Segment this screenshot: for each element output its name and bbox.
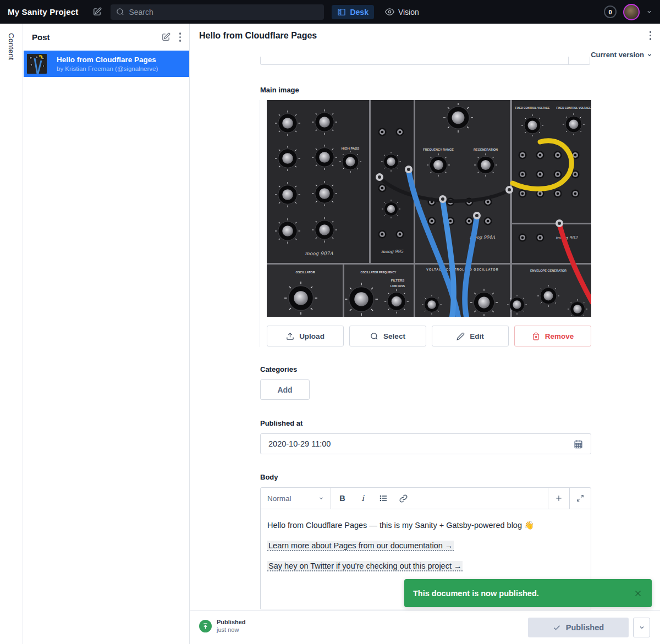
image-label-vco: VOLTAGE CONTROLLED OSCILLATOR: [426, 268, 498, 271]
edit-button[interactable]: Edit: [432, 326, 509, 346]
version-label: Current version: [591, 51, 644, 59]
select-button[interactable]: Select: [349, 326, 426, 346]
chevron-down-icon: [318, 496, 324, 501]
pencil-icon: [457, 332, 465, 340]
body-paragraph: Hello from Cloudflare Pages — this is my…: [267, 521, 584, 530]
published-at-input[interactable]: 2020-10-29 11:00: [260, 433, 591, 454]
style-select-value: Normal: [267, 494, 292, 503]
tab-desk-label: Desk: [350, 8, 368, 16]
image-label-regeneration: REGENERATION: [474, 148, 498, 151]
upload-button[interactable]: Upload: [267, 326, 344, 346]
publish-status-title: Published: [217, 619, 246, 625]
close-icon[interactable]: [633, 588, 643, 598]
search-icon: [116, 8, 124, 16]
document-footer: Published just now Published: [190, 610, 660, 644]
compose-icon[interactable]: [92, 7, 102, 16]
body-content[interactable]: Hello from Cloudflare Pages — this is my…: [261, 509, 591, 571]
list-item-subtitle: by Kristian Freeman (@signalnerve): [57, 65, 158, 72]
list-item-title: Hello from Cloudflare Pages: [57, 56, 158, 64]
italic-button[interactable]: i: [355, 491, 371, 507]
body-link-docs[interactable]: Learn more about Pages from our document…: [267, 541, 454, 551]
image-label-fixed-cv-2: FIXED CONTROL VOLTAGE: [557, 107, 591, 109]
search-input[interactable]: [129, 8, 318, 16]
sanity-studio-app: My Sanity Project Desk Vision 0 Content: [0, 0, 660, 644]
published-at-label: Published at: [260, 419, 302, 427]
main-image-label: Main image: [260, 86, 299, 94]
field-border: [260, 100, 260, 347]
published-at-value: 2020-10-29 11:00: [268, 439, 574, 448]
tab-vision-label: Vision: [398, 8, 419, 16]
eye-icon: [385, 7, 394, 16]
document-menu-icon[interactable]: [650, 31, 652, 40]
upload-icon: [286, 332, 294, 340]
document-pane: Hello from Cloudflare Pages Current vers…: [190, 24, 660, 644]
publish-status: Published just now: [199, 619, 246, 633]
chevron-down-icon[interactable]: [646, 9, 652, 15]
fullscreen-button[interactable]: [569, 488, 591, 509]
image-label-moog-902: moog 902: [556, 235, 578, 240]
notifications-badge[interactable]: 0: [604, 5, 617, 18]
list-item-post[interactable]: Hello from Cloudflare Pages by Kristian …: [24, 51, 189, 77]
toast-message: This document is now published.: [413, 589, 633, 598]
body-label: Body: [260, 473, 278, 481]
main-image-preview[interactable]: HIGH PASS moog 907A moog 995 FREQUENCY R…: [267, 100, 591, 317]
image-label-frequency-range: FREQUENCY RANGE: [423, 148, 454, 151]
body-link-twitter[interactable]: Say hey on Twitter if you're checking ou…: [267, 561, 463, 571]
tab-desk[interactable]: Desk: [332, 5, 373, 19]
chevron-down-icon: [639, 624, 645, 631]
pane-menu-icon[interactable]: [179, 32, 182, 42]
post-list-header: Post: [24, 24, 189, 51]
content-rail: Content: [0, 24, 23, 644]
insert-block-button[interactable]: [548, 488, 569, 509]
image-label-envelope-generator: ENVELOPE GENERATOR: [530, 269, 566, 272]
remove-button[interactable]: Remove: [514, 326, 591, 346]
avatar[interactable]: [623, 4, 640, 20]
plus-icon: [554, 494, 563, 503]
link-icon: [399, 494, 408, 503]
version-selector[interactable]: Current version: [591, 51, 652, 59]
slug-field-clipped[interactable]: [260, 57, 590, 65]
tab-vision[interactable]: Vision: [380, 4, 425, 19]
desk-icon: [337, 8, 346, 16]
expand-icon: [576, 494, 584, 502]
publish-status-time: just now: [217, 626, 246, 633]
image-label-high-pass: HIGH PASS: [342, 147, 360, 150]
style-select[interactable]: Normal: [261, 488, 331, 509]
publish-menu-button[interactable]: [633, 618, 650, 637]
bullet-list-button[interactable]: [375, 491, 391, 507]
calendar-icon[interactable]: [574, 439, 583, 449]
pane-title: Post: [32, 32, 161, 42]
trash-icon: [532, 332, 540, 340]
publish-button[interactable]: Published: [528, 618, 629, 637]
published-status-icon: [199, 620, 212, 632]
navbar-right: 0: [604, 4, 652, 20]
select-label: Select: [383, 332, 405, 340]
document-header: Hello from Cloudflare Pages: [190, 24, 660, 47]
image-label-moog-907a: moog 907A: [305, 251, 333, 256]
rail-tab-content[interactable]: Content: [7, 33, 15, 644]
new-document-icon[interactable]: [161, 32, 170, 42]
document-title: Hello from Cloudflare Pages: [199, 31, 650, 41]
edit-label: Edit: [470, 332, 484, 340]
image-label-low-pass: LOW PASS: [391, 284, 405, 288]
bullet-list-icon: [379, 494, 388, 503]
image-label-oscillator: OSCILLATOR: [295, 271, 315, 274]
post-thumbnail: [27, 54, 47, 74]
project-title: My Sanity Project: [8, 7, 78, 16]
published-toast: This document is now published.: [404, 579, 652, 607]
check-icon: [553, 624, 561, 632]
remove-label: Remove: [545, 332, 574, 340]
image-label-fixed-cv-1: FIXED CONTROL VOLTAGE: [515, 107, 551, 109]
upload-label: Upload: [299, 332, 324, 340]
image-label-oscillator-frequency: OSCILLATOR FREQUENCY: [361, 271, 397, 274]
link-button[interactable]: [395, 491, 411, 507]
categories-label: Categories: [260, 365, 297, 373]
body-toolbar: Normal B i: [261, 488, 591, 509]
bold-button[interactable]: B: [334, 491, 350, 507]
chevron-down-icon: [647, 52, 652, 58]
search-box[interactable]: [111, 4, 324, 20]
add-category-button[interactable]: Add: [260, 379, 310, 400]
image-label-moog-995: moog 995: [381, 249, 404, 254]
search-icon: [370, 332, 378, 340]
publish-button-label: Published: [566, 623, 604, 632]
